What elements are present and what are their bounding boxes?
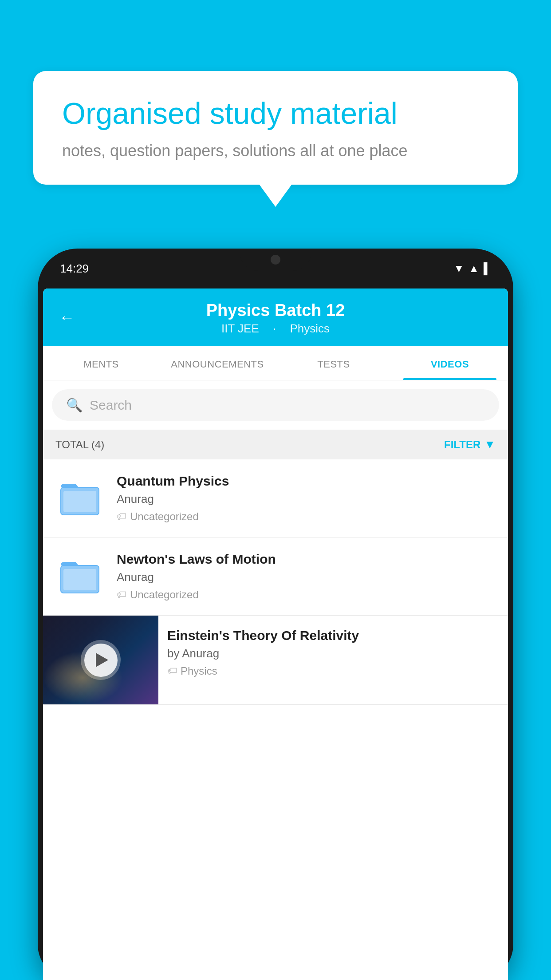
- svg-rect-3: [63, 569, 96, 590]
- play-icon: [96, 653, 108, 667]
- bubble-subtitle: notes, question papers, solutions all at…: [62, 142, 489, 160]
- video-title-3: Einstein's Theory Of Relativity: [167, 628, 499, 643]
- video-tag-2: 🏷 Uncategorized: [117, 589, 496, 601]
- header-title: Physics Batch 12: [59, 301, 492, 320]
- tag-icon-2: 🏷: [117, 589, 126, 601]
- list-item[interactable]: Newton's Laws of Motion Anurag 🏷 Uncateg…: [43, 537, 508, 616]
- filter-icon: ▼: [484, 438, 496, 451]
- battery-icon: ▌: [484, 262, 491, 275]
- header-subtitle-left: IIT JEE: [221, 322, 259, 335]
- video-info-1: Quantum Physics Anurag 🏷 Uncategorized: [117, 474, 496, 523]
- video-tag-1: 🏷 Uncategorized: [117, 510, 496, 523]
- filter-row: TOTAL (4) FILTER ▼: [43, 430, 508, 459]
- search-input[interactable]: Search: [90, 398, 132, 413]
- svg-rect-1: [63, 491, 96, 512]
- app-header: ← Physics Batch 12 IIT JEE · Physics: [43, 288, 508, 346]
- list-item[interactable]: Einstein's Theory Of Relativity by Anura…: [43, 616, 508, 705]
- tabs-bar: MENTS ANNOUNCEMENTS TESTS VIDEOS: [43, 346, 508, 380]
- video-info-2: Newton's Laws of Motion Anurag 🏷 Uncateg…: [117, 552, 496, 601]
- header-subtitle-separator: ·: [273, 322, 279, 335]
- wifi-icon: ▼: [453, 262, 464, 275]
- back-button[interactable]: ←: [59, 308, 75, 327]
- status-time: 14:29: [60, 262, 89, 276]
- camera-dot: [271, 255, 280, 265]
- status-icons: ▼ ▲ ▌: [453, 262, 491, 275]
- signal-icon: ▲: [468, 262, 479, 275]
- tag-icon-3: 🏷: [167, 665, 177, 677]
- video-list: Quantum Physics Anurag 🏷 Uncategorized: [43, 459, 508, 705]
- search-icon: 🔍: [66, 397, 83, 413]
- phone-screen: ← Physics Batch 12 IIT JEE · Physics MEN…: [43, 288, 508, 980]
- video-title-1: Quantum Physics: [117, 474, 496, 489]
- list-item[interactable]: Quantum Physics Anurag 🏷 Uncategorized: [43, 459, 508, 537]
- speech-bubble: Organised study material notes, question…: [33, 71, 518, 185]
- video-author-2: Anurag: [117, 570, 496, 584]
- total-count: TOTAL (4): [55, 439, 104, 451]
- header-subtitle: IIT JEE · Physics: [59, 322, 492, 336]
- tab-tests[interactable]: TESTS: [276, 346, 392, 380]
- tab-videos[interactable]: VIDEOS: [392, 346, 508, 380]
- header-subtitle-right: Physics: [290, 322, 330, 335]
- video-thumbnail-2: [55, 552, 104, 601]
- phone-frame: 14:29 ▼ ▲ ▌ ← Physics Batch 12 IIT JEE ·…: [38, 249, 513, 980]
- status-bar: 14:29 ▼ ▲ ▌: [38, 249, 513, 288]
- video-info-3: Einstein's Theory Of Relativity by Anura…: [158, 616, 508, 686]
- search-container: 🔍 Search: [43, 380, 508, 430]
- play-button[interactable]: [84, 644, 118, 677]
- notch: [240, 249, 311, 271]
- video-author-1: Anurag: [117, 492, 496, 506]
- tag-icon-1: 🏷: [117, 511, 126, 522]
- tab-announcements[interactable]: ANNOUNCEMENTS: [159, 346, 276, 380]
- filter-button[interactable]: FILTER ▼: [444, 438, 496, 451]
- filter-label: FILTER: [444, 439, 480, 451]
- bubble-title: Organised study material: [62, 95, 489, 132]
- video-title-2: Newton's Laws of Motion: [117, 552, 496, 567]
- video-thumbnail-1: [55, 474, 104, 522]
- search-bar[interactable]: 🔍 Search: [52, 389, 499, 421]
- tab-ments[interactable]: MENTS: [43, 346, 159, 380]
- video-tag-3: 🏷 Physics: [167, 665, 499, 677]
- video-thumbnail-3: [43, 616, 158, 704]
- video-author-3: by Anurag: [167, 647, 499, 660]
